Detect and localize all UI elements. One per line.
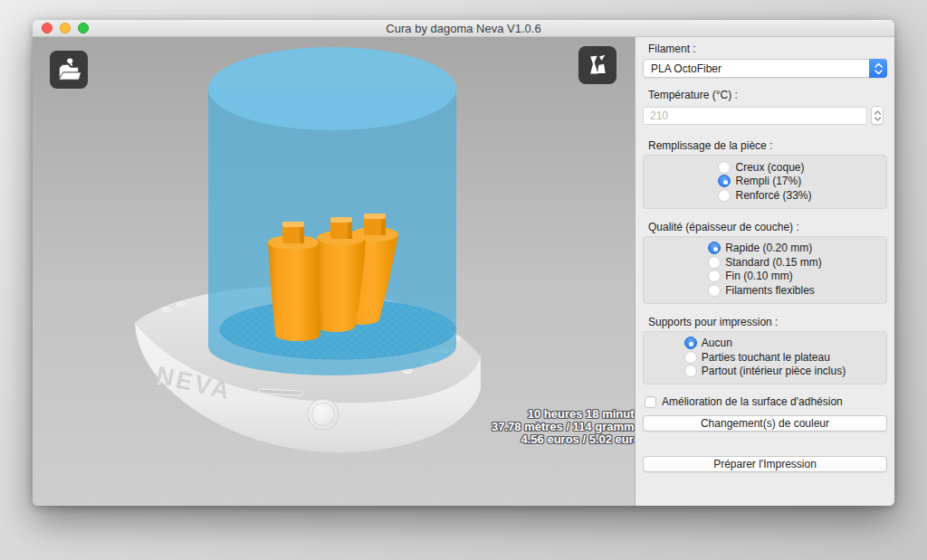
settings-panel: Filament : PLA OctoFiber Température (°C… [635, 37, 894, 506]
temperature-stepper[interactable] [871, 106, 884, 125]
radio-renforce[interactable] [718, 189, 731, 202]
radio-flexibles[interactable] [708, 284, 721, 297]
option-renforce[interactable]: Renforcé (33%) [718, 188, 811, 203]
print-material: 37.78 mètres / 114 grammes [492, 421, 635, 433]
radio-rempli[interactable] [718, 175, 731, 187]
layer-view-icon [582, 50, 613, 81]
supports-section: Supports pour impression : Aucun Parties… [643, 316, 887, 385]
print-time: 10 heures 18 minutes [492, 408, 635, 421]
adhesion-option[interactable]: Amélioration de la surface d'adhésion [645, 395, 887, 408]
filament-select[interactable]: PLA OctoFiber [643, 59, 887, 78]
print-stats: 10 heures 18 minutes 37.78 mètres / 114 … [492, 408, 635, 446]
window-title: Cura by dagoma Neva V1.0.6 [33, 20, 894, 37]
minimize-button[interactable] [60, 23, 71, 33]
filament-value: PLA OctoFiber [644, 62, 869, 75]
load-model-button[interactable] [50, 51, 88, 89]
adhesion-label: Amélioration de la surface d'adhésion [662, 395, 843, 408]
prepare-print-button[interactable]: Préparer l'Impression [643, 456, 887, 472]
base-power-button [308, 399, 339, 430]
option-rempli[interactable]: Rempli (17%) [718, 175, 811, 189]
infill-section-label: Remplissage de la pièce : [648, 139, 887, 152]
radio-partout[interactable] [684, 365, 697, 377]
radio-parties[interactable] [684, 351, 697, 364]
print-cost: 4.56 euros / 5.02 euros [492, 433, 635, 446]
infill-group: Creux (coque) Rempli (17%) Renforcé (33%… [643, 155, 887, 209]
radio-rapide[interactable] [708, 242, 721, 254]
infill-section: Remplissage de la pièce : Creux (coque) … [643, 139, 887, 209]
option-standard[interactable]: Standard (0.15 mm) [708, 255, 822, 270]
view-mode-button[interactable] [578, 46, 616, 84]
option-flexibles[interactable]: Filaments flexibles [708, 283, 822, 298]
filament-label: Filament : [648, 43, 887, 55]
quality-group: Rapide (0.20 mm) Standard (0.15 mm) Fin … [643, 236, 887, 304]
supports-section-label: Supports pour impression : [648, 316, 887, 328]
supports-group: Aucun Parties touchant le plateau Partou… [643, 331, 887, 385]
viewport-3d[interactable]: NEVA NEVA [33, 37, 635, 506]
window-content: NEVA NEVA [33, 37, 894, 506]
option-aucun[interactable]: Aucun [684, 337, 846, 351]
temperature-label: Température (°C) : [648, 89, 887, 101]
option-partout[interactable]: Partout (intérieur pièce inclus) [684, 365, 846, 379]
fullscreen-button[interactable] [78, 23, 89, 33]
radio-aucun[interactable] [684, 337, 697, 349]
option-rapide[interactable]: Rapide (0.20 mm) [708, 242, 822, 256]
model-1 [268, 222, 320, 341]
option-creux[interactable]: Creux (coque) [718, 160, 811, 175]
option-fin[interactable]: Fin (0.10 mm) [708, 270, 822, 284]
color-change-button[interactable]: Changement(s) de couleur [643, 415, 887, 432]
app-window: Cura by dagoma Neva V1.0.6 [33, 20, 894, 506]
close-button[interactable] [42, 23, 53, 33]
radio-fin[interactable] [708, 270, 721, 282]
option-parties[interactable]: Parties touchant le plateau [684, 350, 846, 365]
radio-standard[interactable] [708, 256, 721, 269]
window-titlebar[interactable]: Cura by dagoma Neva V1.0.6 [33, 20, 894, 37]
temperature-input[interactable] [643, 107, 867, 125]
dropdown-arrows-icon [869, 59, 887, 78]
load-model-icon [53, 54, 84, 85]
traffic-lights [42, 23, 89, 33]
quality-section-label: Qualité (épaisseur de couche) : [648, 221, 887, 233]
radio-creux[interactable] [718, 161, 731, 174]
quality-section: Qualité (épaisseur de couche) : Rapide (… [643, 221, 887, 304]
adhesion-checkbox[interactable] [645, 396, 656, 408]
